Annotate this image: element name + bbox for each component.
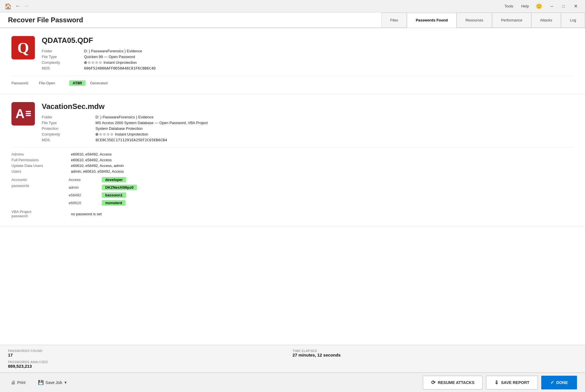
minimize-button[interactable]: – [548, 3, 556, 10]
forward-button[interactable]: → [24, 3, 29, 9]
print-button[interactable]: 🖨 Print [8, 378, 28, 387]
protection-label-2: Protection [42, 126, 93, 131]
time-elapsed-label: TIME ELAPSED [292, 349, 577, 353]
tab-files[interactable]: Files [381, 13, 407, 27]
save-job-button[interactable]: 💾 Save Job ▼ [35, 378, 70, 387]
account-name-1: admin [69, 185, 97, 190]
emoji-icon: 🙂 [536, 3, 542, 9]
passwords-found-value: 17 [8, 353, 292, 357]
tools-link[interactable]: Tools [505, 4, 513, 8]
back-button[interactable]: ← [15, 3, 20, 9]
users-value: admin, e60610, e58492, Access [71, 169, 574, 174]
full-perm-value: e60610, e58492, Access [71, 158, 574, 162]
full-perm-label: Full Permissions [11, 158, 69, 162]
close-button[interactable]: ✕ [571, 2, 580, 10]
password-status-1: Generated [90, 81, 108, 85]
tabs-container: Files Passwords Found Resources Performa… [381, 13, 585, 27]
update-label: Update Data Users [11, 164, 69, 168]
complexity-label-2: Complexity [42, 132, 93, 136]
account-name-3: e60610 [69, 201, 97, 205]
folder-label-1: Folder [42, 49, 82, 53]
tab-performance[interactable]: Performance [492, 13, 531, 27]
download-icon: ⇓ [494, 379, 499, 386]
accounts-pw-label: Accounts'passwords [11, 178, 29, 188]
tab-attacks[interactable]: Attacks [531, 13, 561, 27]
file-section-2: A VacationSec.mdw Folder D: ) PasswareFo… [0, 94, 585, 226]
tab-passwords-found[interactable]: Passwords Found [407, 13, 457, 28]
printer-icon: 🖨 [11, 380, 15, 385]
account-pw-badge-3: monsterd [102, 200, 126, 206]
passwords-analyzed-label: PASSWORDS ANALYZED [8, 360, 292, 364]
help-link[interactable]: Help [521, 4, 529, 8]
password-label-1: Password: [11, 81, 34, 85]
folder-value-1: D: ) PasswareForensics ) Evidence [84, 49, 574, 53]
md5-label-2: MD5: [42, 138, 93, 142]
filetype-label-1: File Type [42, 55, 82, 59]
time-elapsed-value: 27 minutes, 12 seconds [292, 353, 577, 357]
home-button[interactable]: 🏠 [5, 3, 12, 10]
save-icon: 💾 [38, 380, 44, 385]
md5-value-1: 606F524806AFF0D58A46C81F6C8B6C4D [84, 66, 574, 70]
account-pw-badge-1: DKZNesX0l6pz0 [102, 185, 137, 190]
complexity-value-1: Instant Unprotection [84, 60, 574, 65]
complexity-value-2: Instant Unprotection [95, 132, 574, 136]
vba-value: no password is set [71, 210, 574, 218]
folder-value-2: D: ) PasswareForensics ) Evidence [95, 115, 574, 119]
passwords-analyzed-value: 889,523,213 [8, 364, 292, 369]
file-section-1: Q QDATA05.QDF Folder D: ) PasswareForens… [0, 28, 585, 94]
vba-label: VBA Projectpassword: [11, 210, 69, 218]
file-name-2: VacationSec.mdw [42, 102, 574, 111]
account-pw-badge-2: bassoon1 [102, 192, 126, 198]
action-bar: 🖨 Print 💾 Save Job ▼ ⟳ RESUME ATTACKS ⇓ … [0, 373, 585, 392]
account-name-2: e58492 [69, 193, 97, 197]
passwords-found-label: PASSWORDS FOUND [8, 349, 292, 353]
chevron-down-icon: ▼ [64, 381, 67, 385]
account-name-0: Access [69, 178, 97, 182]
maximize-button[interactable]: □ [560, 3, 568, 10]
checkmark-icon: ✓ [550, 380, 554, 385]
resume-icon: ⟳ [431, 379, 435, 386]
file-name-1: QDATA05.QDF [42, 36, 574, 45]
protection-value-2: System Database Protection [95, 126, 574, 131]
quicken-icon: Q [11, 36, 35, 59]
update-value: e60610, e58492, Access, admin [71, 164, 574, 168]
access-icon: A [11, 102, 35, 126]
page-title: Recover File Password [8, 13, 95, 27]
admins-label: Admins [11, 152, 69, 156]
resume-attacks-button[interactable]: ⟳ RESUME ATTACKS [423, 376, 483, 389]
filetype-label-2: File Type [42, 121, 93, 125]
admins-value: e60610, e58492, Access [71, 152, 574, 156]
md5-label-1: MD5: [42, 66, 82, 70]
tab-log[interactable]: Log [561, 13, 585, 27]
folder-label-2: Folder [42, 115, 93, 119]
filetype-value-1: Quicken 99 — Open Password [84, 55, 574, 59]
password-type-1: File-Open [39, 81, 65, 85]
filetype-value-2: MS Access 2000 System Database — Open Pa… [95, 121, 574, 125]
save-report-button[interactable]: ⇓ SAVE REPORT [486, 376, 538, 389]
users-label: Users [11, 169, 69, 174]
done-button[interactable]: ✓ DONE [541, 376, 577, 389]
complexity-label-1: Complexity [42, 60, 82, 65]
account-pw-badge-0: developer [102, 177, 126, 182]
md5-value-2: 8CE0C35EC1711291EA25EF2C65EB6CB4 [95, 138, 574, 142]
status-bar: PASSWORDS FOUND 17 TIME ELAPSED 27 minut… [0, 345, 585, 373]
tab-resources[interactable]: Resources [457, 13, 492, 27]
password-value-badge-1: AT8R [69, 80, 85, 86]
